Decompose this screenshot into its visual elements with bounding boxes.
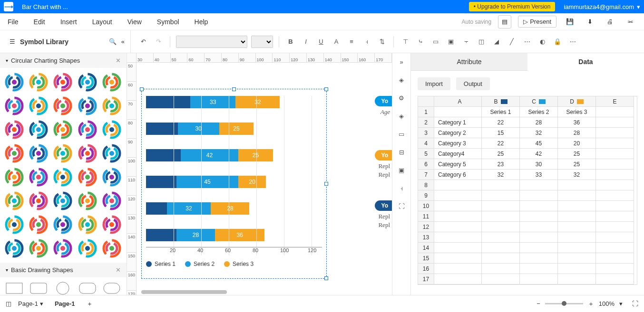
line-style-icon[interactable]: ⋯ bbox=[521, 36, 533, 47]
import-button[interactable]: Import bbox=[418, 77, 450, 90]
sitemap-icon[interactable]: ⫞ bbox=[397, 183, 406, 193]
menu-layout[interactable]: Layout bbox=[92, 18, 112, 26]
resize-handle[interactable] bbox=[324, 182, 328, 186]
resize-handle[interactable] bbox=[232, 87, 236, 91]
circular-shape[interactable] bbox=[101, 143, 122, 164]
more-icon[interactable]: ⋯ bbox=[567, 36, 578, 47]
line-icon[interactable]: ╱ bbox=[506, 36, 517, 47]
align-h-icon[interactable]: ≡ bbox=[346, 36, 357, 47]
data-grid[interactable]: ABCDE1Series 1Series 2Series 32Category … bbox=[418, 96, 637, 285]
circular-shape[interactable] bbox=[77, 214, 98, 235]
close-icon[interactable]: ✕ bbox=[116, 266, 121, 274]
theme-icon[interactable]: ◈ bbox=[397, 75, 406, 85]
menu-view[interactable]: View bbox=[127, 18, 142, 26]
add-page-icon[interactable]: ＋ bbox=[87, 300, 93, 308]
shape-roundrect[interactable] bbox=[28, 281, 49, 295]
bar-chart[interactable]: 33323025422545203228283620406080100120Se… bbox=[146, 96, 322, 267]
zoom-out-icon[interactable]: − bbox=[537, 300, 540, 307]
circular-shape[interactable] bbox=[28, 238, 49, 259]
align-v-icon[interactable]: ⫞ bbox=[361, 36, 372, 47]
circular-shape[interactable] bbox=[52, 167, 73, 188]
search-icon[interactable]: 🔍 bbox=[109, 38, 117, 45]
fit-icon[interactable]: ⛶ bbox=[397, 201, 406, 211]
resize-handle[interactable] bbox=[324, 276, 328, 280]
circular-shape[interactable] bbox=[52, 214, 73, 235]
container-icon[interactable]: ▣ bbox=[445, 36, 457, 47]
rectangle-icon[interactable]: ▭ bbox=[430, 36, 441, 47]
circular-shape[interactable] bbox=[28, 95, 49, 116]
slideshow-icon[interactable]: ▤ bbox=[498, 15, 511, 28]
circular-shape[interactable] bbox=[77, 167, 98, 188]
canvas[interactable]: 30405060708090100110120130140150160170 5… bbox=[127, 53, 392, 295]
circular-shape[interactable] bbox=[4, 119, 25, 140]
circular-shape[interactable] bbox=[28, 119, 49, 140]
pages-icon[interactable]: ◫ bbox=[6, 300, 11, 307]
close-icon[interactable]: ✕ bbox=[116, 57, 121, 64]
save-icon[interactable]: 💾 bbox=[563, 15, 576, 28]
circular-shape[interactable] bbox=[4, 95, 25, 116]
shape-pill[interactable] bbox=[101, 281, 122, 295]
circular-shape[interactable] bbox=[28, 167, 49, 188]
shape-circle[interactable] bbox=[52, 281, 73, 295]
circular-shape[interactable] bbox=[28, 214, 49, 235]
circular-shape[interactable] bbox=[101, 167, 122, 188]
scrollbar-horizontal[interactable] bbox=[141, 290, 227, 294]
menu-file[interactable]: File bbox=[8, 18, 19, 26]
circular-shape[interactable] bbox=[52, 72, 73, 93]
menu-symbol[interactable]: Symbol bbox=[157, 18, 179, 26]
upgrade-button[interactable]: • Upgrade to Premium Version bbox=[469, 2, 556, 11]
circular-shape[interactable] bbox=[4, 238, 25, 259]
circular-shape[interactable] bbox=[77, 119, 98, 140]
document-title[interactable]: Bar Chart with ... bbox=[22, 3, 68, 10]
section-basic[interactable]: ▾ Basic Drawing Shapes ✕ bbox=[0, 263, 127, 277]
circular-shape[interactable] bbox=[52, 238, 73, 259]
circular-shape[interactable] bbox=[77, 190, 98, 211]
print-icon[interactable]: 🖨 bbox=[603, 15, 616, 28]
undo-icon[interactable]: ↶ bbox=[137, 36, 149, 47]
page-dropdown[interactable]: Page-1 ▾ bbox=[18, 300, 43, 307]
circular-shape[interactable] bbox=[77, 95, 98, 116]
circular-shape[interactable] bbox=[52, 143, 73, 164]
circular-shape[interactable] bbox=[101, 72, 122, 93]
menu-edit[interactable]: Edit bbox=[34, 18, 45, 26]
lock-icon[interactable]: 🔒 bbox=[552, 36, 563, 47]
shadow-icon[interactable]: ◐ bbox=[537, 36, 548, 47]
group-icon[interactable]: ◫ bbox=[476, 36, 487, 47]
settings-icon[interactable]: ⚙ bbox=[397, 93, 406, 103]
menu-help[interactable]: Help bbox=[195, 18, 208, 26]
shape-rect[interactable] bbox=[4, 281, 25, 295]
image-icon[interactable]: ▣ bbox=[397, 165, 406, 175]
share-icon[interactable]: ⫘ bbox=[623, 15, 636, 28]
collapse-icon[interactable]: « bbox=[121, 38, 125, 45]
circular-shape[interactable] bbox=[4, 167, 25, 188]
bold-icon[interactable]: B bbox=[285, 36, 296, 47]
page-tab[interactable]: Page-1 bbox=[50, 298, 80, 309]
font-select[interactable] bbox=[176, 36, 247, 48]
font-color-icon[interactable]: A bbox=[331, 36, 342, 47]
circular-shape[interactable] bbox=[101, 214, 122, 235]
circular-shape[interactable] bbox=[101, 95, 122, 116]
underline-icon[interactable]: U bbox=[315, 36, 327, 47]
circular-shape[interactable] bbox=[52, 95, 73, 116]
circular-shape[interactable] bbox=[52, 119, 73, 140]
circular-shape[interactable] bbox=[77, 143, 98, 164]
present-button[interactable]: ▷ Present bbox=[518, 16, 556, 28]
database-icon[interactable]: ⊟ bbox=[397, 147, 406, 157]
circular-shape[interactable] bbox=[4, 214, 25, 235]
text-vertical-icon[interactable]: ⊤ bbox=[400, 36, 411, 47]
app-logo[interactable]: ⟶ bbox=[4, 2, 13, 11]
circular-shape[interactable] bbox=[101, 190, 122, 211]
circular-shape[interactable] bbox=[77, 238, 98, 259]
circular-shape[interactable] bbox=[28, 190, 49, 211]
download-icon[interactable]: ⬇ bbox=[583, 15, 596, 28]
output-button[interactable]: Output bbox=[456, 77, 490, 90]
menu-insert[interactable]: Insert bbox=[60, 18, 77, 26]
redo-icon[interactable]: ↷ bbox=[153, 36, 164, 47]
connector-icon[interactable]: ⤷ bbox=[415, 36, 426, 47]
tab-attribute[interactable]: Attribute bbox=[411, 53, 527, 71]
circular-shape[interactable] bbox=[77, 72, 98, 93]
tab-data[interactable]: Data bbox=[527, 53, 644, 71]
circular-shape[interactable] bbox=[101, 119, 122, 140]
italic-icon[interactable]: I bbox=[300, 36, 312, 47]
zoom-slider[interactable] bbox=[545, 303, 583, 304]
